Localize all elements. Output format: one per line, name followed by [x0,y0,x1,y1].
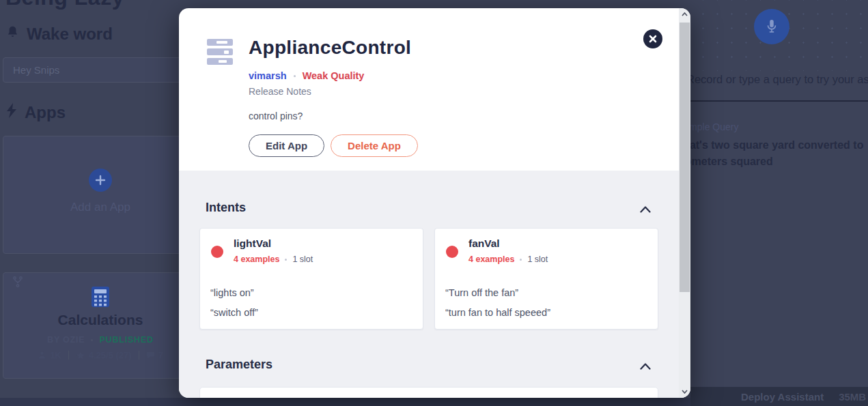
assistant-title: Being Lazy [5,0,124,10]
intent-dot-icon [211,246,223,258]
add-app-card[interactable]: Add an App [3,136,198,254]
apps-label: Apps [25,103,66,122]
parameters-heading: Parameters [206,358,272,372]
intent-name: lightVal [234,237,271,250]
apps-section-heading: Apps [5,102,66,123]
query-input-placeholder[interactable]: Record or type a query to try your assis… [690,73,868,86]
parameters-card [199,387,658,398]
add-app-label: Add an App [3,201,197,214]
close-icon[interactable] [643,29,662,48]
intent-samples: “Turn off the fan” “turn fan to half spe… [445,286,550,325]
app-description: control pins? [249,111,303,121]
deploy-assistant-label: Deploy Assistant [741,391,824,403]
example-query-label: Example Query [690,121,868,132]
delete-app-button[interactable]: Delete App [331,134,418,157]
dot-separator [91,339,93,341]
page-footer-strip [0,398,690,406]
assistant-tryout-panel: Record or type a query to try your assis… [690,0,868,406]
app-title: ApplianceControl [249,37,411,59]
slot-count: 1 slot [292,255,313,264]
dot-separator [520,259,522,261]
dot-separator [294,75,296,77]
record-mic-button[interactable] [754,9,789,44]
calculations-app-card[interactable]: Calculations BY OZIE PUBLISHED 1K 4.25/5… [3,272,198,379]
intent-sample: “turn fan to half speeed” [445,306,550,319]
chevron-up-icon[interactable] [640,360,651,373]
query-input-underline [690,100,868,102]
intent-meta: 4 examples 1 slot [234,255,313,264]
intent-card-fanval[interactable]: fanVal 4 examples 1 slot “Turn off the f… [434,228,658,330]
intents-heading: Intents [206,201,246,215]
wake-word-label: Wake word [27,25,113,44]
divider [139,351,139,360]
divider [68,351,69,360]
plus-icon[interactable] [89,169,112,192]
examples-count: 4 examples [234,255,279,264]
app-details-modal: ApplianceControl vimarsh Weak Quality Re… [179,8,690,398]
microphone-icon [764,18,779,35]
intent-card-lightval[interactable]: lightVal 4 examples 1 slot “lights on” “… [199,228,423,330]
calculator-icon [91,286,110,310]
intent-dot-icon [446,246,458,258]
scrollbar-thumb[interactable] [680,23,690,292]
example-query-text: What's two square yard converted to kilo… [690,137,868,170]
intent-sample: “switch off” [210,306,258,319]
scroll-down-icon[interactable] [679,386,690,398]
dot-separator [285,259,287,261]
person-icon [38,351,46,360]
slot-count: 1 slot [527,255,548,264]
scroll-up-icon[interactable] [679,8,690,20]
lightning-icon [5,102,18,123]
app-card-author: BY OZIE [47,335,85,345]
rating-stat: 4.25/5 (27) [76,350,132,360]
modal-body: Intents lightVal 4 examples 1 slot “ligh… [179,171,690,398]
fork-icon [12,276,24,291]
app-author-link[interactable]: vimarsh [249,70,287,81]
assistant-size: 35MB [839,391,866,403]
app-icon [207,39,233,65]
bell-icon [5,25,20,44]
deploy-assistant-bar[interactable]: Deploy Assistant 35MB [690,387,868,406]
app-meta-row: vimarsh Weak Quality [249,70,364,81]
intent-sample: “lights on” [210,286,258,300]
comment-icon [146,351,155,360]
modal-scrollbar[interactable] [679,8,690,398]
example-query-block[interactable]: Example Query What's two square yard con… [690,121,868,170]
chevron-up-icon[interactable] [640,203,651,216]
intent-sample: “Turn off the fan” [445,286,550,300]
quality-badge: Weak Quality [303,70,365,81]
background-left-column: Being Lazy Wake word Hey Snips Apps Add … [0,0,179,406]
users-stat: 1K [38,350,61,360]
star-icon [76,351,85,360]
intent-name: fanVal [468,237,500,250]
release-notes-link[interactable]: Release Notes [249,86,311,97]
edit-app-button[interactable]: Edit App [249,134,324,157]
comments-stat: 7 [146,350,163,360]
app-screen: Being Lazy Wake word Hey Snips Apps Add … [0,0,868,406]
wake-word-section-heading: Wake word [5,25,113,44]
examples-count: 4 examples [468,255,514,264]
intent-samples: “lights on” “switch off” [210,286,258,325]
intent-meta: 4 examples 1 slot [468,255,548,264]
app-card-title: Calculations [3,312,197,328]
published-badge: PUBLISHED [99,335,153,345]
app-actions: Edit App Delete App [249,134,418,157]
app-card-stats: 1K 4.25/5 (27) 7 [3,350,197,360]
app-card-meta: BY OZIE PUBLISHED [3,335,197,345]
